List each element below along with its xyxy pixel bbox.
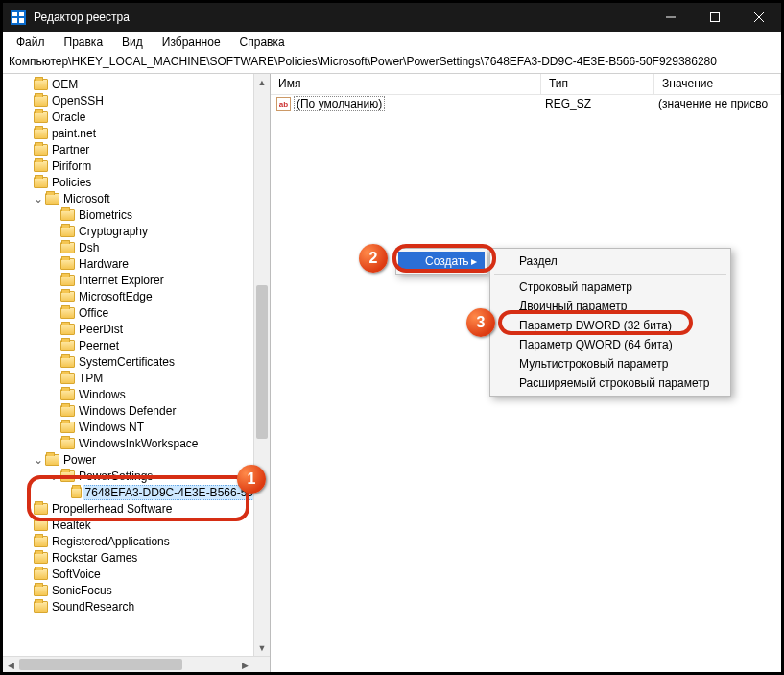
tree-node[interactable]: Office: [3, 304, 270, 321]
tree-node[interactable]: Policies: [3, 174, 270, 190]
folder-icon: [71, 487, 81, 498]
menu-edit[interactable]: Правка: [57, 34, 111, 51]
tree-node[interactable]: RegisteredApplications: [3, 533, 270, 549]
expand-icon[interactable]: ⌄: [32, 193, 45, 205]
folder-icon: [34, 519, 48, 531]
tree-node[interactable]: SonicFocus: [3, 582, 270, 598]
tree-node[interactable]: SystemCertificates: [3, 353, 270, 370]
tree-node[interactable]: Dsh: [3, 239, 270, 255]
tree-node[interactable]: Oracle: [3, 108, 270, 125]
minimize-button[interactable]: [649, 3, 693, 32]
tree-node-label: RegisteredApplications: [52, 535, 170, 548]
tree-node[interactable]: OEM: [3, 76, 270, 92]
tree-node[interactable]: SoundResearch: [3, 598, 270, 615]
scroll-left-icon[interactable]: ◀: [3, 657, 19, 672]
tree-node[interactable]: Cryptography: [3, 223, 270, 239]
tree-node[interactable]: OpenSSH: [3, 92, 270, 108]
tree-node[interactable]: Partner: [3, 141, 270, 157]
menu-help[interactable]: Справка: [232, 34, 293, 51]
column-type[interactable]: Тип: [541, 74, 654, 94]
tree-scrollbar-horizontal[interactable]: ◀ ▶: [3, 656, 270, 672]
scroll-right-icon[interactable]: ▶: [237, 657, 253, 672]
tree-node-label: PowerSettings: [79, 470, 153, 483]
menu-item-multistring[interactable]: Мультистроковый параметр: [492, 354, 728, 374]
tree-node-label: MicrosoftEdge: [79, 290, 153, 303]
menu-item-create[interactable]: Создать: [398, 252, 485, 271]
tree-node[interactable]: Realtek: [3, 517, 270, 533]
scroll-up-icon[interactable]: ▲: [254, 74, 270, 90]
tree-node[interactable]: 7648EFA3-DD9C-4E3E-B566-50F9: [3, 484, 270, 500]
tree-node[interactable]: Rockstar Games: [3, 549, 270, 566]
scrollbar-thumb[interactable]: [19, 659, 182, 670]
folder-icon: [45, 454, 59, 466]
tree-scrollbar-vertical[interactable]: ▲ ▼: [253, 74, 270, 656]
tree-node[interactable]: Propellerhead Software: [3, 500, 270, 517]
tree-node-label: Dsh: [79, 241, 99, 254]
tree-node[interactable]: Windows Defender: [3, 402, 270, 419]
scroll-down-icon[interactable]: ▼: [254, 639, 270, 656]
tree-node[interactable]: WindowsInkWorkspace: [3, 435, 270, 451]
tree-node-label: Partner: [52, 143, 89, 157]
context-submenu[interactable]: Раздел Строковый параметр Двоичный парам…: [489, 248, 731, 397]
maximize-button[interactable]: [693, 3, 737, 32]
string-value-icon: ab: [276, 97, 291, 111]
tree-node[interactable]: Biometrics: [3, 206, 270, 223]
tree-node[interactable]: PeerDist: [3, 321, 270, 337]
tree-node-label: Windows: [79, 388, 126, 401]
tree-node[interactable]: TPM: [3, 370, 270, 386]
titlebar[interactable]: Редактор реестра: [3, 3, 781, 32]
menu-item-key[interactable]: Раздел: [492, 252, 728, 271]
folder-icon: [60, 438, 75, 449]
tree-node[interactable]: SoftVoice: [3, 566, 270, 582]
folder-icon: [34, 503, 48, 515]
tree-node[interactable]: Windows: [3, 386, 270, 402]
menu-item-binary[interactable]: Двоичный параметр: [492, 297, 728, 316]
menu-item-qword64[interactable]: Параметр QWORD (64 бита): [492, 335, 728, 354]
svg-rect-1: [711, 13, 720, 22]
tree-node-label: Windows NT: [79, 421, 144, 434]
folder-icon: [60, 307, 75, 319]
tree-panel[interactable]: OEMOpenSSHOraclepaint.netPartnerPiriform…: [3, 74, 271, 672]
context-menu[interactable]: Создать: [395, 248, 487, 275]
window-title: Редактор реестра: [34, 11, 130, 24]
column-name[interactable]: Имя: [271, 74, 541, 94]
tree-node[interactable]: ⌄PowerSettings: [3, 468, 270, 484]
close-button[interactable]: [737, 3, 781, 32]
folder-icon: [34, 536, 48, 547]
tree-node-label: SoundResearch: [52, 600, 134, 614]
tree-node[interactable]: Internet Explorer: [3, 272, 270, 288]
folder-icon: [60, 373, 75, 384]
tree-node[interactable]: paint.net: [3, 125, 270, 141]
folder-icon: [60, 258, 75, 270]
folder-icon: [60, 340, 75, 351]
tree-node[interactable]: ⌄Microsoft: [3, 190, 270, 206]
menu-file[interactable]: Файл: [9, 34, 53, 51]
menu-view[interactable]: Вид: [114, 34, 151, 51]
list-header: Имя Тип Значение: [271, 74, 781, 95]
address-bar[interactable]: Компьютер\HKEY_LOCAL_MACHINE\SOFTWARE\Po…: [3, 53, 781, 74]
tree-node[interactable]: Peernet: [3, 337, 270, 353]
values-panel[interactable]: Имя Тип Значение ab (По умолчанию) REG_S…: [271, 74, 781, 672]
tree-node[interactable]: Windows NT: [3, 419, 270, 435]
menu-item-expandstring[interactable]: Расширяемый строковый параметр: [492, 374, 728, 393]
folder-icon: [60, 226, 75, 237]
expand-icon[interactable]: ⌄: [47, 470, 60, 482]
folder-icon: [60, 470, 75, 482]
value-data: (значение не присво: [656, 97, 781, 110]
tree-node-label: Biometrics: [79, 208, 132, 222]
tree-node[interactable]: Piriform: [3, 157, 270, 174]
expand-icon[interactable]: ⌄: [32, 454, 45, 466]
menu-favorites[interactable]: Избранное: [154, 34, 228, 51]
tree-node[interactable]: ⌄Power: [3, 451, 270, 468]
scrollbar-thumb[interactable]: [256, 285, 268, 439]
value-name: (По умолчанию): [294, 96, 385, 111]
tree-node[interactable]: Hardware: [3, 255, 270, 272]
folder-icon: [34, 585, 48, 596]
menu-item-string[interactable]: Строковый параметр: [492, 277, 728, 297]
menu-item-dword32[interactable]: Параметр DWORD (32 бита): [492, 316, 728, 335]
list-row[interactable]: ab (По умолчанию) REG_SZ (значение не пр…: [271, 95, 781, 112]
folder-icon: [34, 144, 48, 156]
column-value[interactable]: Значение: [654, 74, 781, 94]
tree-node[interactable]: MicrosoftEdge: [3, 288, 270, 304]
tree-node-label: Oracle: [52, 110, 85, 124]
